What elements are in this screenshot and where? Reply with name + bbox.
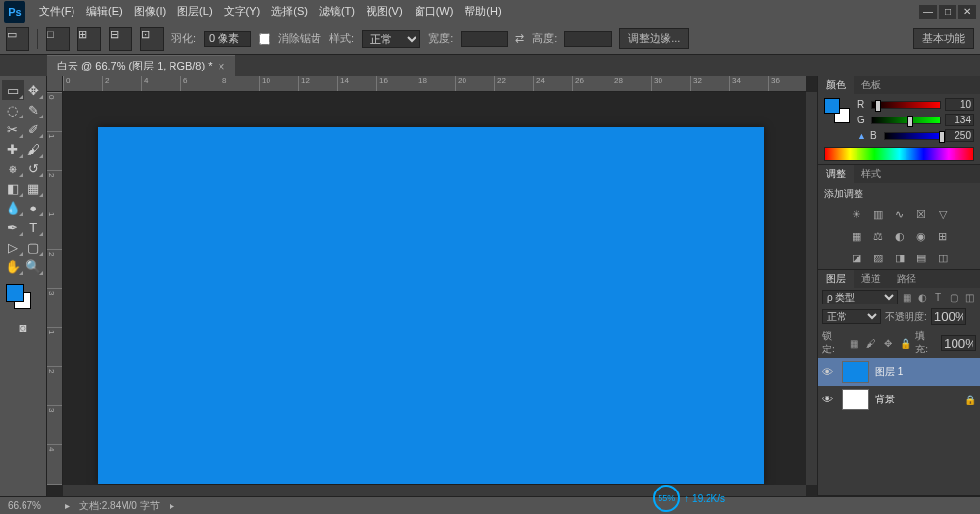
foreground-swatch[interactable] <box>6 284 24 302</box>
layer-name[interactable]: 图层 1 <box>875 365 903 379</box>
lasso-tool[interactable]: ◌ <box>2 100 24 119</box>
lock-position-icon[interactable]: ✥ <box>882 336 895 350</box>
document-tab-close[interactable]: × <box>219 60 225 73</box>
type-tool[interactable]: T <box>24 217 45 237</box>
layer-item[interactable]: 👁 图层 1 <box>818 358 980 386</box>
menu-window[interactable]: 窗口(W) <box>409 4 460 19</box>
selection-subtract-icon[interactable]: ⊟ <box>109 27 132 51</box>
antialias-checkbox[interactable] <box>259 33 270 45</box>
color-spectrum[interactable] <box>824 147 974 161</box>
opacity-input[interactable] <box>931 308 966 325</box>
gradient-tool[interactable]: ▦ <box>24 178 45 198</box>
bw-icon[interactable]: ◐ <box>891 228 908 244</box>
dodge-tool[interactable]: ● <box>24 198 45 217</box>
tab-color[interactable]: 颜色 <box>818 76 854 94</box>
layer-thumbnail[interactable] <box>842 389 869 410</box>
color-swatches[interactable] <box>2 282 44 313</box>
zoom-display[interactable]: 66.67% <box>8 500 55 511</box>
doc-info[interactable]: 文档:2.84M/0 字节 <box>79 499 160 513</box>
menu-type[interactable]: 文字(Y) <box>219 4 267 19</box>
tool-preset-icon[interactable]: ▭ <box>6 27 29 51</box>
menu-view[interactable]: 视图(V) <box>361 4 409 19</box>
visibility-icon[interactable]: 👁 <box>822 394 836 405</box>
tab-paths[interactable]: 路径 <box>889 270 924 288</box>
selection-intersect-icon[interactable]: ⊡ <box>140 27 164 51</box>
threshold-icon[interactable]: ◨ <box>891 250 908 265</box>
eraser-tool[interactable]: ◧ <box>2 178 24 198</box>
tab-swatches[interactable]: 色板 <box>854 76 889 94</box>
crop-tool[interactable]: ✂ <box>2 119 24 139</box>
quickmask-toggle[interactable]: ◙ <box>13 317 34 337</box>
hue-icon[interactable]: ▦ <box>848 228 865 244</box>
ruler-horizontal[interactable]: 024681012141618202224262830323436 <box>63 76 806 92</box>
menu-image[interactable]: 图像(I) <box>128 4 172 19</box>
eyedropper-tool[interactable]: ✐ <box>24 119 45 139</box>
tab-styles[interactable]: 样式 <box>854 165 889 183</box>
menu-layer[interactable]: 图层(L) <box>172 4 218 19</box>
selection-new-icon[interactable]: □ <box>46 27 70 51</box>
lock-transparent-icon[interactable]: ▦ <box>848 336 860 350</box>
pen-tool[interactable]: ✒ <box>2 217 24 237</box>
width-input[interactable] <box>461 31 508 47</box>
filter-type-icon[interactable]: T <box>931 291 945 304</box>
posterize-icon[interactable]: ▨ <box>869 250 887 265</box>
hand-tool[interactable]: ✋ <box>2 257 24 276</box>
tab-adjustments[interactable]: 调整 <box>818 165 854 183</box>
quick-select-tool[interactable]: ✎ <box>24 100 45 119</box>
filter-adjust-icon[interactable]: ◐ <box>915 291 929 304</box>
canvas[interactable] <box>98 127 764 484</box>
document-tab[interactable]: 白云 @ 66.7% (图层 1, RGB/8) * × <box>47 55 235 76</box>
r-input[interactable] <box>945 98 974 111</box>
photo-filter-icon[interactable]: ◉ <box>912 228 930 244</box>
close-button[interactable]: ✕ <box>958 5 976 19</box>
curves-icon[interactable]: ∿ <box>891 207 908 222</box>
tab-layers[interactable]: 图层 <box>818 270 854 288</box>
refine-edge-button[interactable]: 调整边缘... <box>619 28 689 49</box>
brush-tool[interactable]: 🖌 <box>24 139 45 159</box>
invert-icon[interactable]: ◪ <box>848 250 865 265</box>
ruler-origin[interactable] <box>47 76 63 92</box>
r-slider[interactable] <box>871 101 941 109</box>
menu-file[interactable]: 文件(F) <box>33 4 80 19</box>
height-input[interactable] <box>564 31 612 47</box>
b-input[interactable] <box>945 129 974 142</box>
selection-add-icon[interactable]: ⊞ <box>77 27 101 51</box>
blur-tool[interactable]: 💧 <box>2 198 24 217</box>
blend-mode-select[interactable]: 正常 <box>822 309 881 324</box>
move-tool[interactable]: ✥ <box>24 80 45 100</box>
balance-icon[interactable]: ⚖ <box>869 228 887 244</box>
ruler-vertical[interactable]: 01212312341 <box>47 92 63 485</box>
tab-channels[interactable]: 通道 <box>854 270 889 288</box>
zoom-arrow-icon[interactable]: ▸ <box>65 500 70 511</box>
channel-mixer-icon[interactable]: ⊞ <box>934 228 952 244</box>
canvas-viewport[interactable] <box>63 92 806 485</box>
fg-color-icon[interactable] <box>824 98 840 114</box>
g-input[interactable] <box>945 114 974 126</box>
layer-kind-select[interactable]: ρ 类型 <box>822 290 898 304</box>
zoom-tool[interactable]: 🔍 <box>24 257 45 276</box>
menu-select[interactable]: 选择(S) <box>266 4 314 19</box>
menu-edit[interactable]: 编辑(E) <box>80 4 128 19</box>
g-slider[interactable] <box>871 117 941 124</box>
shape-tool[interactable]: ▢ <box>24 237 45 257</box>
menu-filter[interactable]: 滤镜(T) <box>314 4 361 19</box>
history-brush-tool[interactable]: ↺ <box>24 159 45 178</box>
layer-name[interactable]: 背景 <box>875 393 895 406</box>
stamp-tool[interactable]: ⎈ <box>2 159 24 178</box>
gradient-map-icon[interactable]: ▤ <box>912 250 930 265</box>
lock-all-icon[interactable]: 🔒 <box>899 336 911 350</box>
lock-pixels-icon[interactable]: 🖌 <box>864 336 877 350</box>
b-slider[interactable] <box>884 132 941 140</box>
levels-icon[interactable]: ▥ <box>869 207 887 222</box>
scrollbar-vertical[interactable] <box>806 92 817 485</box>
style-select[interactable]: 正常 <box>362 30 420 48</box>
maximize-button[interactable]: □ <box>939 5 956 19</box>
layer-item[interactable]: 👁 背景 🔒 <box>818 386 980 413</box>
color-swatch-pair[interactable] <box>824 98 850 123</box>
brightness-icon[interactable]: ☀ <box>848 207 865 222</box>
filter-shape-icon[interactable]: ▢ <box>947 291 960 304</box>
healing-tool[interactable]: ✚ <box>2 139 24 159</box>
selective-color-icon[interactable]: ◫ <box>934 250 952 265</box>
filter-smart-icon[interactable]: ◫ <box>962 291 976 304</box>
exposure-icon[interactable]: ☒ <box>912 207 930 222</box>
